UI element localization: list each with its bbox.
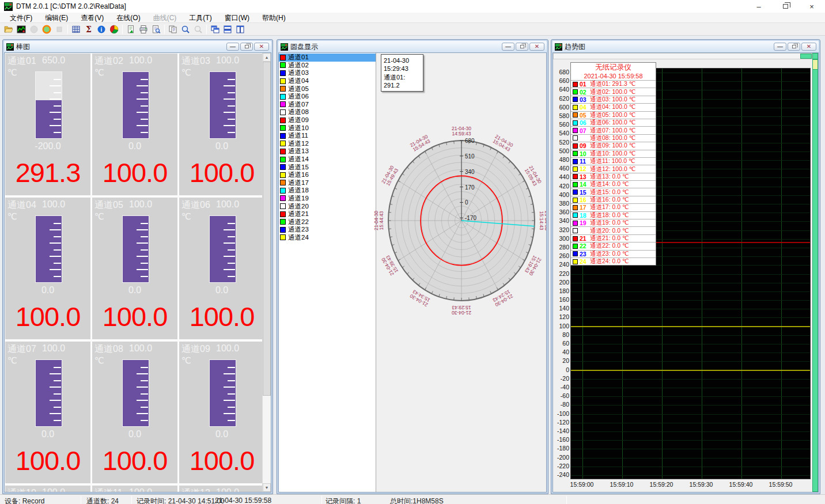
status-field: 记录时间: 21-04-30 14:51:00: [137, 497, 225, 504]
channel-list-item[interactable]: 通道22: [279, 218, 376, 226]
restore-button[interactable]: [772, 0, 798, 13]
trend-chart-area: 6806606406206005805605405205004804604404…: [552, 52, 819, 492]
channel-list-item[interactable]: 通道02: [279, 62, 376, 70]
trend-line: [571, 370, 810, 371]
legend-channel-number: 02: [578, 89, 590, 96]
channel-list-item[interactable]: 通道14: [279, 156, 376, 164]
legend-row: 06通道06: 100.0 ℃: [571, 119, 656, 126]
menu-item[interactable]: 编辑(E): [39, 13, 74, 23]
channel-list-item[interactable]: 通道03: [279, 69, 376, 77]
channel-list-item[interactable]: 通道09: [279, 116, 376, 124]
bar-window-minimize-button[interactable]: —: [226, 43, 239, 51]
menu-item[interactable]: 在线(O): [110, 13, 146, 23]
info-icon[interactable]: i: [95, 24, 108, 35]
disc-rim-tick: [389, 229, 391, 229]
bar-window-close-button[interactable]: ✕: [254, 43, 269, 51]
bar-track: [122, 71, 149, 139]
scrollbar-thumb[interactable]: [263, 62, 271, 396]
bar-window-scrollbar[interactable]: ▲ ▼: [262, 53, 271, 492]
trend-window-titlebar[interactable]: 趋势图 — ✕: [552, 41, 819, 52]
bar-tick: [137, 125, 148, 126]
bar-channel-name: 通道04: [7, 199, 40, 211]
legend-channel-value: 通道24: 0.0 ℃: [590, 257, 629, 266]
bar-gauge-panel: 通道11100.0℃0.0100.0: [92, 486, 177, 492]
scrollbar-thumb[interactable]: [813, 60, 818, 70]
disc-axis-label: 170: [465, 184, 475, 191]
channel-list-item[interactable]: 通道19: [279, 195, 376, 203]
bar-gauge-panel: 通道07100.0℃0.0100.0: [5, 342, 90, 483]
bar-tick: [141, 420, 148, 421]
record-icon[interactable]: [40, 24, 53, 35]
print-preview-icon[interactable]: [150, 24, 162, 35]
menu-item[interactable]: 查看(V): [74, 13, 110, 23]
disc-window-close-button[interactable]: ✕: [529, 43, 544, 51]
menu-item[interactable]: 工具(T): [183, 13, 218, 23]
tile-vertical-icon[interactable]: [234, 24, 247, 35]
zoom-icon[interactable]: [179, 24, 192, 35]
channel-list-item[interactable]: 通道20: [279, 202, 376, 210]
channel-list-item[interactable]: 通道06: [279, 93, 376, 101]
data-table-icon[interactable]: [70, 24, 82, 35]
channel-list-item[interactable]: 通道21: [279, 210, 376, 218]
bar-tick: [228, 276, 235, 277]
bar-tick: [141, 367, 148, 368]
bar-window-titlebar[interactable]: 棒图 — ✕: [4, 41, 271, 52]
channel-list-item[interactable]: 通道13: [279, 147, 376, 156]
menu-item[interactable]: 文件(F): [3, 13, 39, 23]
channel-list-item[interactable]: 通道04: [279, 77, 376, 85]
y-axis-label: 420: [553, 183, 569, 190]
app-titlebar: DTM 2.0.1 [C:\DTM 2.0.2\RealData] – ×: [0, 0, 825, 13]
channel-list-item[interactable]: 通道08: [279, 108, 376, 116]
realtime-curve-icon[interactable]: [15, 24, 28, 35]
channel-list-item[interactable]: 通道15: [279, 163, 376, 171]
minimize-button[interactable]: –: [745, 0, 772, 13]
channel-list-item[interactable]: 通道11: [279, 132, 376, 140]
scrollbar-up-arrow[interactable]: ▲: [263, 53, 271, 62]
bar-value: 100.0: [92, 443, 177, 478]
menu-item[interactable]: 窗口(W): [218, 13, 256, 23]
channel-list-item[interactable]: 通道18: [279, 187, 376, 195]
print-icon[interactable]: [137, 24, 150, 35]
export-icon[interactable]: [124, 24, 137, 35]
channel-list-item[interactable]: 通道05: [279, 85, 376, 93]
close-button[interactable]: ×: [798, 0, 825, 13]
channel-color-swatch: [280, 211, 286, 217]
disc-window-titlebar[interactable]: 圆盘显示 — ✕: [278, 41, 547, 52]
scrollbar-thumb[interactable]: [800, 54, 812, 59]
trend-window-minimize-button[interactable]: —: [774, 43, 786, 51]
channel-list-item[interactable]: 通道10: [279, 124, 376, 132]
bar-tick: [224, 256, 235, 257]
gridline-horizontal: [571, 353, 810, 353]
channel-color-swatch: [573, 174, 578, 179]
channel-list-item[interactable]: 通道23: [279, 226, 376, 234]
menu-item[interactable]: 帮助(H): [256, 13, 292, 23]
bar-track: [35, 215, 62, 283]
cascade-windows-icon[interactable]: [209, 24, 221, 35]
legend-row: 20通道20: 0.0 ℃: [571, 226, 656, 234]
channel-list-item[interactable]: 通道16: [279, 171, 376, 179]
copy-icon[interactable]: [166, 24, 179, 35]
trend-horizontal-scrollbar[interactable]: [553, 53, 812, 59]
channel-list-item[interactable]: 通道17: [279, 179, 376, 187]
trend-window-restore-button[interactable]: [788, 43, 800, 51]
channel-list-item[interactable]: 通道24: [279, 234, 376, 242]
bar-tick: [141, 249, 148, 251]
disc-window-restore-button[interactable]: [516, 43, 528, 51]
open-file-icon[interactable]: [2, 24, 15, 35]
channel-list-item[interactable]: 通道01: [279, 54, 376, 62]
tile-horizontal-icon[interactable]: [221, 24, 234, 35]
toolbar-separator: [67, 25, 68, 34]
channel-list-item[interactable]: 通道07: [279, 101, 376, 109]
statistics-icon[interactable]: Σ: [82, 24, 95, 35]
bar-window-restore-button[interactable]: [240, 43, 253, 51]
bar-tick: [228, 249, 235, 251]
scrollbar-down-arrow[interactable]: ▼: [263, 483, 271, 492]
y-axis-label: 600: [553, 104, 569, 111]
channel-list-item[interactable]: 通道12: [279, 140, 376, 148]
disc-window-minimize-button[interactable]: —: [502, 43, 514, 51]
y-axis-label: 640: [553, 86, 569, 93]
pie-chart-icon[interactable]: [108, 24, 120, 35]
trend-window-close-button[interactable]: ✕: [801, 43, 816, 51]
bar-tick: [137, 413, 148, 414]
trend-vertical-scrollbar[interactable]: [812, 59, 818, 492]
